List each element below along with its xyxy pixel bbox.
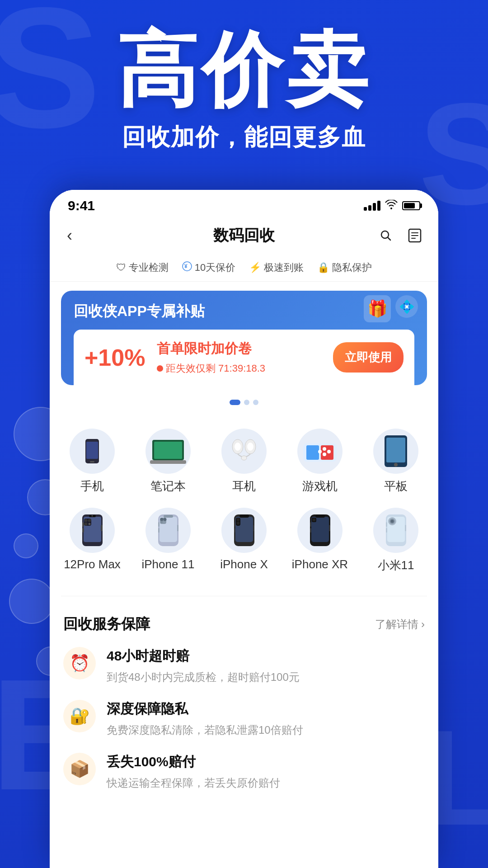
earphone-category-img — [221, 429, 267, 474]
signal-bar-2 — [368, 205, 371, 211]
search-button[interactable] — [376, 226, 396, 245]
svg-point-55 — [236, 522, 239, 525]
laptop-category-img — [145, 429, 191, 474]
badge-label-3: 隐私保护 — [332, 261, 372, 274]
hero-title: 高价卖 — [0, 27, 488, 113]
phone-inner: 9:41 — [50, 190, 438, 868]
svg-rect-61 — [329, 525, 330, 531]
shield-check-icon: 🛡 — [116, 262, 126, 274]
privacy-shield-icon: 🔐 — [70, 707, 90, 726]
svg-point-34 — [88, 519, 91, 522]
category-tablet[interactable]: 平板 — [364, 429, 427, 494]
svg-point-12 — [235, 443, 241, 451]
category-12promax[interactable]: 12Pro Max — [61, 508, 124, 573]
svg-point-14 — [241, 456, 247, 460]
svg-point-54 — [236, 518, 239, 521]
mi11-img — [373, 508, 418, 553]
svg-rect-49 — [239, 514, 249, 518]
svg-rect-5 — [86, 442, 98, 459]
category-iphonexr[interactable]: iPhone XR — [288, 508, 352, 573]
phone-frame: 9:41 — [50, 190, 438, 868]
service-section: 回收服务保障 了解详情 › ⏰ 48小时超时赔 到货48小时内完成质检，超时赔付… — [50, 602, 438, 818]
countdown-dot-icon — [157, 365, 163, 372]
use-coupon-button[interactable]: 立即使用 — [333, 342, 404, 373]
badge-privacy: 🔒 隐私保护 — [317, 261, 372, 274]
category-gaming-label: 游戏机 — [302, 478, 338, 494]
bubble-4 — [9, 579, 54, 624]
signal-bar-4 — [377, 201, 380, 211]
category-iphonexr-label: iPhone XR — [292, 557, 348, 571]
clock-icon: ⏰ — [70, 654, 90, 673]
lock-icon: 🔒 — [317, 262, 329, 274]
service-icon-wrap-1: 🔐 — [63, 700, 96, 732]
category-iphonex-label: iPhone X — [220, 557, 268, 571]
svg-rect-9 — [150, 460, 186, 464]
back-button[interactable]: ‹ — [63, 222, 76, 249]
svg-point-46 — [161, 521, 163, 523]
promo-coupon-card: +10% 首单限时加价卷 距失效仅剩 71:39:18.3 立即使用 — [74, 330, 414, 385]
phone-category-img — [70, 429, 115, 474]
signal-bars-icon — [364, 201, 380, 211]
svg-rect-41 — [158, 528, 160, 533]
svg-point-36 — [88, 523, 90, 525]
iphone11-img — [145, 508, 191, 553]
yuan-icon: ¥ — [182, 261, 192, 274]
service-more-link[interactable]: 了解详情 › — [375, 617, 425, 632]
tablet-category-img — [373, 429, 418, 474]
category-earphones[interactable]: 耳机 — [212, 429, 276, 494]
notes-button[interactable] — [405, 226, 425, 245]
signal-bar-3 — [373, 203, 376, 211]
badge-professional-check: 🛡 专业检测 — [116, 261, 169, 274]
service-text-0: 48小时超时赔 到货48小时内完成质检，超时赔付100元 — [107, 647, 425, 685]
service-text-2: 丢失100%赔付 快递运输全程保障，若丢失原价赔付 — [107, 753, 425, 791]
svg-rect-50 — [234, 522, 235, 527]
category-laptop[interactable]: 笔记本 — [136, 429, 200, 494]
badge-label-0: 专业检测 — [129, 261, 169, 274]
service-title-2: 丢失100%赔付 — [107, 753, 425, 771]
svg-rect-51 — [234, 528, 235, 533]
badge-label-1: 10天保价 — [195, 261, 235, 274]
promo-percent-value: +10% — [84, 344, 148, 371]
section-divider — [61, 596, 427, 596]
service-icon-wrap-0: ⏰ — [63, 647, 96, 679]
svg-point-20 — [323, 453, 326, 456]
iphonexr-img — [297, 508, 343, 553]
svg-rect-17 — [321, 445, 333, 460]
svg-text:¥: ¥ — [184, 263, 188, 269]
category-iphone11[interactable]: iPhone 11 — [136, 508, 200, 573]
badge-label-2: 极速到账 — [264, 261, 304, 274]
service-desc-0: 到货48小时内完成质检，超时赔付100元 — [107, 669, 425, 685]
svg-point-63 — [312, 519, 315, 522]
nav-bar: ‹ 数码回收 — [50, 218, 438, 255]
svg-point-44 — [160, 518, 163, 521]
promo-decorations: 🎁 💠 — [364, 295, 418, 322]
category-phone-label: 手机 — [80, 478, 104, 494]
svg-point-33 — [84, 519, 87, 522]
service-section-title: 回收服务保障 — [63, 614, 150, 634]
hero-section: 高价卖 回收加价，能回更多血 — [0, 27, 488, 153]
category-tablet-label: 平板 — [384, 478, 408, 494]
category-gaming[interactable]: 游戏机 — [288, 429, 352, 494]
category-12promax-label: 12Pro Max — [64, 557, 121, 571]
service-icon-wrap-2: 📦 — [63, 753, 96, 785]
nav-action-icons — [376, 226, 425, 245]
category-laptop-label: 笔记本 — [150, 478, 186, 494]
category-earphone-label: 耳机 — [232, 478, 256, 494]
category-iphone11-label: iPhone 11 — [141, 557, 194, 571]
svg-rect-31 — [101, 525, 103, 531]
countdown-text: 距失效仅剩 71:39:18.3 — [166, 362, 265, 375]
service-desc-2: 快递运输全程保障，若丢失原价赔付 — [107, 775, 425, 791]
badge-price-guarantee: ¥ 10天保价 — [182, 261, 235, 274]
bubble-3 — [14, 533, 38, 558]
svg-point-28 — [91, 515, 93, 517]
svg-rect-8 — [154, 442, 182, 459]
promo-text-block: 首单限时加价卷 距失效仅剩 71:39:18.3 — [157, 340, 324, 375]
category-iphonex[interactable]: iPhone X — [212, 508, 276, 573]
category-phone[interactable]: 手机 — [61, 429, 124, 494]
service-item-0: ⏰ 48小时超时赔 到货48小时内完成质检，超时赔付100元 — [63, 647, 425, 685]
badge-fast-payment: ⚡ 极速到账 — [249, 261, 304, 274]
category-mi11[interactable]: 小米11 — [364, 508, 427, 573]
crystal-icon: 💠 — [395, 295, 418, 318]
svg-point-45 — [163, 518, 166, 521]
signal-bar-1 — [364, 207, 367, 211]
